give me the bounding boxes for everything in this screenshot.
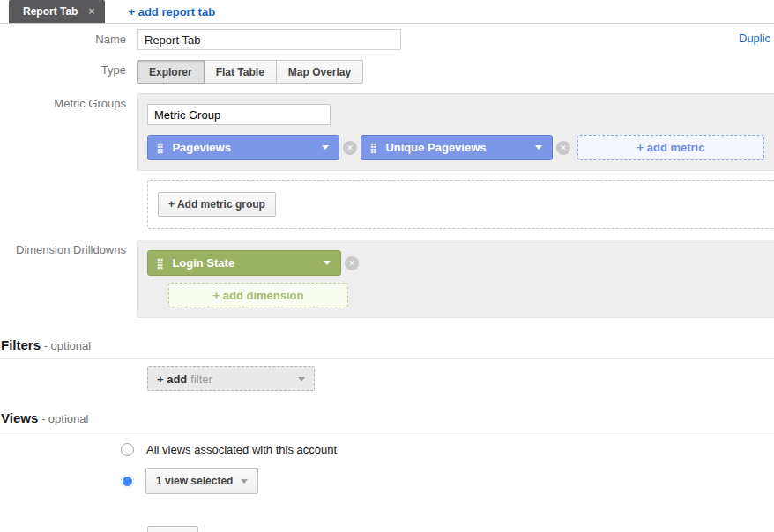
dimension-panel: ⣿ Login State ✕ + add dimension — [137, 240, 774, 318]
views-divider — [0, 432, 774, 432]
drag-handle-icon[interactable]: ⣿ — [156, 258, 164, 269]
chevron-down-icon[interactable] — [535, 145, 542, 150]
dimension-drilldowns-row: Dimension Drilldowns ⣿ Login State ✕ + a… — [0, 240, 774, 318]
view-selector-dropdown[interactable]: 1 view selected — [145, 468, 258, 494]
drag-handle-icon[interactable]: ⣿ — [156, 143, 164, 153]
add-metric-group-zone: + Add metric group — [147, 180, 774, 229]
all-views-radio-label: All views associated with this account — [146, 443, 337, 456]
name-input[interactable] — [137, 29, 401, 50]
name-label: Name — [0, 29, 137, 50]
chevron-down-icon[interactable] — [324, 261, 331, 265]
metric-chip-pageviews[interactable]: ⣿ Pageviews — [147, 135, 339, 160]
type-label: Type — [0, 60, 137, 81]
remove-metric-icon[interactable]: ✕ — [556, 141, 570, 155]
filters-optional-label: - optional — [41, 339, 91, 352]
add-metric-group-button[interactable]: + Add metric group — [158, 192, 276, 217]
dimension-chip-row: ⣿ Login State ✕ — [147, 250, 764, 276]
add-report-tab-link[interactable]: + add report tab — [128, 5, 215, 18]
chevron-down-icon — [241, 479, 248, 484]
type-option-flat-table[interactable]: Flat Table — [204, 60, 277, 84]
radio-dot — [124, 478, 130, 484]
tab-report-tab[interactable]: Report Tab × — [9, 0, 105, 23]
type-option-map-overlay[interactable]: Map Overlay — [276, 60, 363, 84]
views-title: Views — [1, 410, 38, 425]
report-tab-bar: Report Tab × + add report tab — [0, 0, 774, 24]
metric-chip-label: Unique Pageviews — [385, 141, 535, 154]
metric-groups-label: Metric Groups — [0, 93, 137, 115]
type-segmented-control: Explorer Flat Table Map Overlay — [137, 60, 363, 84]
dimension-chip-login-state[interactable]: ⣿ Login State — [147, 250, 341, 276]
remove-metric-icon[interactable]: ✕ — [343, 141, 357, 155]
filters-divider — [0, 358, 774, 359]
all-views-radio-row: All views associated with this account — [121, 443, 774, 456]
add-filter-label-strong: + add — [157, 373, 187, 386]
metric-chip-label: Pageviews — [172, 141, 322, 154]
filters-section-heading: Filters - optional — [0, 337, 774, 352]
views-section-heading: Views - optional — [0, 410, 774, 425]
selected-views-radio[interactable] — [121, 475, 134, 488]
add-dimension-button[interactable]: + add dimension — [168, 283, 348, 307]
chevron-down-icon[interactable] — [322, 145, 329, 150]
name-row: Name — [0, 29, 774, 50]
add-metric-button[interactable]: + add metric — [577, 135, 764, 160]
metric-chip-row: ⣿ Pageviews ✕ ⣿ Unique Pageviews ✕ + add… — [147, 135, 764, 160]
save-button[interactable]: Save — [147, 526, 198, 532]
type-row: Type Explorer Flat Table Map Overlay — [0, 60, 774, 84]
metric-group-panel: ⣿ Pageviews ✕ ⣿ Unique Pageviews ✕ + add… — [137, 93, 774, 171]
add-filter-label-rest: filter — [190, 373, 212, 386]
metric-group-name-input[interactable] — [147, 104, 331, 125]
tab-report-tab-label: Report Tab — [23, 5, 78, 18]
views-optional-label: - optional — [38, 412, 88, 425]
view-selector-label: 1 view selected — [156, 475, 233, 487]
add-filter-button[interactable]: + add filter — [147, 366, 315, 391]
all-views-radio[interactable] — [121, 443, 134, 456]
form-actions: Save Cancel — [147, 526, 774, 532]
filters-title: Filters — [1, 337, 41, 352]
metric-chip-unique-pageviews[interactable]: ⣿ Unique Pageviews — [361, 135, 553, 160]
metric-groups-row: Metric Groups ⣿ Pageviews ✕ ⣿ Unique Pag… — [0, 93, 774, 171]
dimension-drilldowns-label: Dimension Drilldowns — [0, 240, 137, 261]
selected-views-radio-row: 1 view selected — [121, 468, 774, 494]
drag-handle-icon[interactable]: ⣿ — [369, 143, 377, 153]
remove-dimension-icon[interactable]: ✕ — [345, 256, 359, 270]
duplicate-tab-link[interactable]: Duplic — [739, 32, 770, 45]
type-option-explorer[interactable]: Explorer — [137, 60, 205, 84]
close-tab-icon[interactable]: × — [88, 5, 94, 18]
dimension-chip-label: Login State — [172, 256, 324, 270]
chevron-down-icon — [298, 377, 305, 381]
